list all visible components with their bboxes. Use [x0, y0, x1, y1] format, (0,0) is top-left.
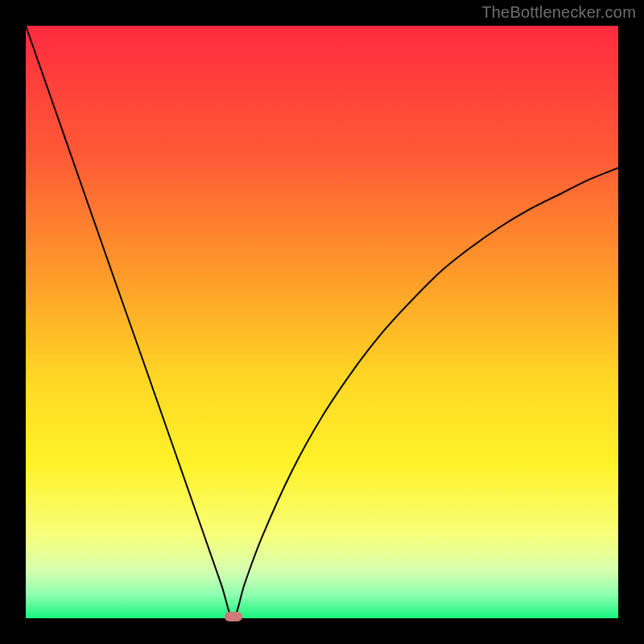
curve-layer [26, 26, 618, 618]
watermark-text: TheBottlenecker.com [481, 3, 636, 22]
chart-frame: TheBottlenecker.com [0, 0, 644, 644]
optimal-marker [225, 612, 242, 621]
bottleneck-curve [26, 26, 618, 618]
